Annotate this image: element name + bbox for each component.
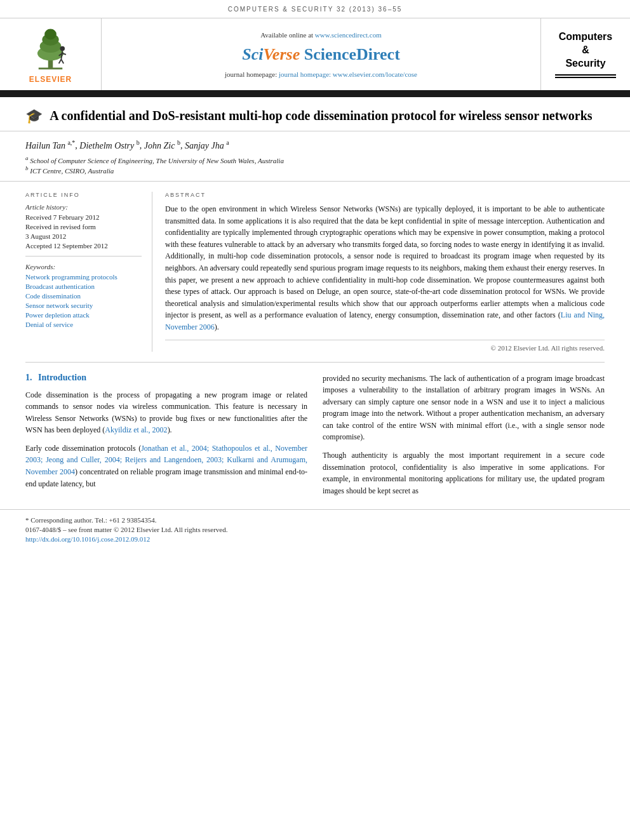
computers-security-box: Computers&Security	[541, 18, 630, 90]
history-item-1: Received 7 February 2012	[25, 213, 142, 221]
body-right-column: provided no security mechanisms. The lac…	[323, 373, 605, 503]
journal-homepage-link[interactable]: journal homepage: www.elsevier.com/locat…	[279, 70, 417, 78]
keyword-3[interactable]: Code dissemination	[25, 292, 142, 300]
journal-reference: COMPUTERS & SECURITY 32 (2013) 36–55	[228, 6, 403, 13]
black-divider-bar	[0, 92, 630, 97]
body-content-area: 1. Introduction Code dissemination is th…	[0, 373, 630, 503]
elsevier-logo-box: ELSEVIER	[0, 18, 102, 90]
article-title-section: 🎓 A confidential and DoS-resistant multi…	[0, 97, 630, 131]
computers-security-title: Computers&Security	[559, 30, 612, 70]
footnote-corresponding: * Corresponding author. Tel.: +61 2 9385…	[25, 516, 605, 524]
journal-header-bar: COMPUTERS & SECURITY 32 (2013) 36–55	[0, 0, 630, 18]
footnote-doi: http://dx.doi.org/10.1016/j.cose.2012.09…	[25, 535, 605, 543]
sciverse-sciencedirect-logo: SciVerse ScienceDirect	[242, 45, 400, 64]
content-divider	[25, 362, 605, 363]
history-item-3: 3 August 2012	[25, 232, 142, 240]
citation-akyildiz[interactable]: Akyildiz et al., 2002	[105, 425, 167, 434]
abstract-column: ABSTRACT Due to the open environment in …	[165, 192, 605, 352]
abstract-citation-link[interactable]: Liu and Ning, November 2006	[165, 310, 605, 331]
keyword-6[interactable]: Denial of service	[25, 321, 142, 328]
info-divider	[25, 256, 142, 257]
copyright-notice: © 2012 Elsevier Ltd. All rights reserved…	[165, 340, 605, 352]
keywords-label: Keywords:	[25, 263, 142, 270]
available-online-text: Available online at www.sciencedirect.co…	[260, 31, 382, 39]
authors-list: Hailun Tan a,*, Diethelm Ostry b, John Z…	[25, 139, 605, 151]
citation-early-protocols[interactable]: Jonathan et al., 2004; Stathopoulos et a…	[25, 444, 307, 476]
article-history-label: Article history:	[25, 203, 142, 211]
abstract-body: Due to the open environment in which Wir…	[165, 203, 605, 333]
svg-rect-1	[39, 68, 63, 70]
keyword-2[interactable]: Broadcast authentication	[25, 283, 142, 290]
main-content-area: ARTICLE INFO Article history: Received 7…	[0, 182, 630, 352]
affiliation-a: a School of Computer Science of Engineer…	[25, 155, 605, 164]
article-info-heading: ARTICLE INFO	[25, 192, 142, 198]
footnote-issn: 0167-4048/$ – see front matter © 2012 El…	[25, 526, 605, 533]
svg-line-9	[61, 59, 64, 63]
svg-point-6	[60, 46, 65, 51]
sciencedirect-box: Available online at www.sciencedirect.co…	[102, 18, 541, 90]
affiliation-b: b ICT Centre, CSIRO, Australia	[25, 165, 605, 175]
abstract-heading: ABSTRACT	[165, 192, 605, 198]
body-paragraph-2: Early code dissemination protocols (Jona…	[25, 443, 307, 490]
body-left-column: 1. Introduction Code dissemination is th…	[25, 373, 307, 503]
svg-line-8	[59, 59, 62, 63]
section1-name: Introduction	[38, 373, 86, 382]
keyword-4[interactable]: Sensor network security	[25, 302, 142, 309]
section1-title: 1. Introduction	[25, 373, 307, 383]
article-info-column: ARTICLE INFO Article history: Received 7…	[25, 192, 152, 352]
history-item-4: Accepted 12 September 2012	[25, 242, 142, 250]
journal-homepage-text: journal homepage: journal homepage: www.…	[225, 70, 417, 78]
section1-number: 1.	[25, 373, 32, 382]
body-paragraph-4: Though authenticity is arguably the most…	[323, 450, 605, 497]
sciencedirect-link[interactable]: www.sciencedirect.com	[315, 31, 382, 39]
article-icon: 🎓	[25, 108, 43, 124]
svg-point-5	[44, 29, 57, 40]
publisher-header: ELSEVIER Available online at www.science…	[0, 18, 630, 92]
authors-section: Hailun Tan a,*, Diethelm Ostry b, John Z…	[0, 131, 630, 182]
footnote-area: * Corresponding author. Tel.: +61 2 9385…	[0, 509, 630, 555]
doi-link[interactable]: http://dx.doi.org/10.1016/j.cose.2012.09…	[25, 535, 150, 543]
history-item-2: Received in revised form	[25, 223, 142, 230]
keyword-5[interactable]: Power depletion attack	[25, 311, 142, 319]
body-paragraph-1: Code dissemination is the process of pro…	[25, 389, 307, 436]
article-title: A confidential and DoS-resistant multi-h…	[50, 109, 592, 123]
elsevier-wordmark: ELSEVIER	[29, 75, 72, 84]
body-paragraph-3: provided no security mechanisms. The lac…	[323, 373, 605, 444]
cs-decoration-lines	[555, 74, 616, 78]
elsevier-tree-icon	[27, 25, 74, 72]
keyword-1[interactable]: Network programming protocols	[25, 273, 142, 281]
